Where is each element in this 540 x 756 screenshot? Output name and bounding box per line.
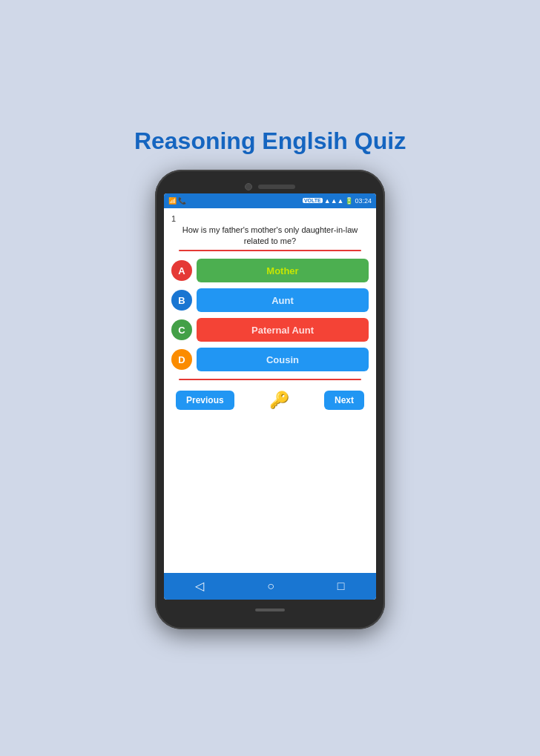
option-d-button[interactable]: Cousin: [197, 348, 369, 371]
back-button-icon[interactable]: ◁: [195, 579, 204, 593]
status-left: 📶 📞: [168, 197, 186, 205]
option-c-button[interactable]: Paternal Aunt: [197, 318, 369, 342]
option-a-button[interactable]: Mother: [197, 259, 369, 282]
answer-underline: [179, 379, 361, 380]
option-row-a: A Mother: [171, 259, 369, 282]
option-b-button[interactable]: Aunt: [197, 288, 369, 312]
previous-button[interactable]: Previous: [176, 391, 234, 410]
call-icon: 📞: [178, 197, 186, 205]
battery-icon: 🔋: [345, 197, 353, 205]
badge-a: A: [171, 260, 192, 281]
badge-b: B: [171, 290, 192, 311]
nav-row: Previous 🔑 Next: [171, 388, 369, 414]
quiz-content: 1 How is my father's mother's only daugh…: [164, 208, 376, 573]
phone-screen: 📶 📞 VOLTE ▲▲▲ 🔋 03:24 1 How is my father…: [164, 193, 376, 600]
option-row-c: C Paternal Aunt: [171, 318, 369, 342]
volte-badge: VOLTE: [303, 198, 323, 203]
page-wrapper: Reasoning Englsih Quiz 📶 📞 VOLTE ▲▲▲ 🔋 0…: [0, 0, 540, 756]
option-row-b: B Aunt: [171, 288, 369, 312]
status-bar: 📶 📞 VOLTE ▲▲▲ 🔋 03:24: [164, 193, 376, 208]
badge-d: D: [171, 349, 192, 370]
page-title: Reasoning Englsih Quiz: [134, 127, 406, 155]
question-text: How is my father's mother's only daughte…: [171, 225, 369, 248]
sim-icon: 📶: [168, 197, 177, 205]
home-button-icon[interactable]: ○: [267, 580, 274, 593]
signal-icon: ▲▲▲: [324, 197, 344, 205]
badge-c: C: [171, 319, 192, 340]
home-bar: [255, 609, 285, 611]
phone-top-bar: [164, 179, 376, 193]
recent-button-icon[interactable]: □: [338, 580, 345, 593]
clock: 03:24: [355, 197, 372, 205]
status-right: VOLTE ▲▲▲ 🔋 03:24: [303, 197, 372, 205]
phone-bottom-bar: ◁ ○ □: [164, 573, 376, 600]
phone-speaker: [258, 185, 295, 189]
option-row-d: D Cousin: [171, 348, 369, 371]
phone-outer: 📶 📞 VOLTE ▲▲▲ 🔋 03:24 1 How is my father…: [155, 170, 385, 629]
question-number: 1: [171, 214, 369, 223]
phone-bottom-area: [164, 600, 376, 620]
front-camera: [245, 183, 252, 190]
key-icon: 🔑: [269, 391, 289, 410]
question-underline: [179, 250, 361, 251]
next-button[interactable]: Next: [324, 391, 364, 410]
